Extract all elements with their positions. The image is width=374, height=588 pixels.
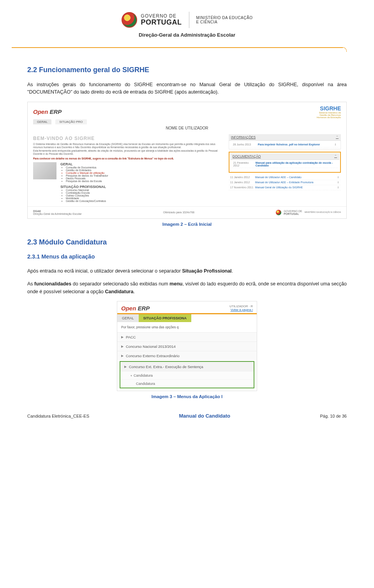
doc-row[interactable]: 11 Janeiro 2012 Manual de Utilizador AEE… xyxy=(229,180,341,185)
screenshot-ecra-inicial: Open ERP SIGRHE Sistema Interativo de Ge… xyxy=(27,102,347,219)
ministry-text: MINISTÉRIO DA EDUCAÇÃO E CIÊNCIA xyxy=(196,16,253,24)
footer-right: Pág. 10 de 36 xyxy=(320,414,347,418)
section-2-2-title: 2.2 Funcionamento geral do SIGRHE xyxy=(27,66,347,74)
user-badge: UTILIZADOR · R xyxy=(229,305,253,308)
red-hint: Para conhecer em detalhe os menus do SIG… xyxy=(33,157,224,160)
armillary-sphere-icon xyxy=(276,210,281,215)
hint-text: Por favor, pressione uma das opções q xyxy=(117,322,257,332)
section-2-2-para: As instruções gerais do funcionamento do… xyxy=(27,81,347,96)
documentacao-highlight: DOCUMENTAÇÃO⌃ 21 Fevereiro 2012 Manual p… xyxy=(229,152,341,173)
download-icon: ⇩ xyxy=(337,181,339,184)
user-name-label: NOME DE UTILIZADOR xyxy=(28,126,346,130)
thumbnail-icon xyxy=(33,162,56,179)
list-item[interactable]: Mobilidade xyxy=(66,197,108,200)
triangle-icon: ▶ xyxy=(121,335,123,339)
triangle-icon: ▶ xyxy=(121,354,123,358)
list-item[interactable]: Pesquisa de dados do Trabalhador xyxy=(66,174,108,177)
doc-row[interactable]: 21 Fevereiro 2012 Manual para utilização… xyxy=(232,161,338,168)
list-item[interactable]: Dados Pessoais xyxy=(66,177,108,180)
list-item[interactable]: Concurso Nacional xyxy=(66,189,108,191)
orange-rule xyxy=(27,45,347,50)
gov-line1: GOVERNO DE xyxy=(141,14,182,19)
chevron-icon: ⌃ xyxy=(336,135,339,139)
footer-mid: Manual do Candidato xyxy=(179,413,230,419)
screenshot-menus-aplicacao: Open ERP UTILIZADOR · R Voltar à página … xyxy=(117,301,257,391)
section-2-3-para2: As funcionalidades do separador selecion… xyxy=(27,280,347,296)
chevron-icon: ⌃ xyxy=(334,154,337,158)
gov-line2: PORTUGAL xyxy=(141,19,182,26)
download-icon: ⇩ xyxy=(337,176,339,179)
download-icon: ⇩ xyxy=(337,186,339,189)
highlighted-menu-box: ▶Concurso Ext. Extra.- Execução de Sente… xyxy=(120,361,254,388)
caption-imagem-2: Imagem 2 – Ecrã Inicial xyxy=(27,222,347,227)
panel-documentacao-header[interactable]: DOCUMENTAÇÃO⌃ xyxy=(230,153,339,160)
footer-dgae: DGAE xyxy=(33,210,82,213)
page-footer: Candidatura Eletrónica_CEE-ES Manual do … xyxy=(27,413,347,419)
doc-row[interactable]: 11 Janeiro 2012 Manual de Utilizador AEE… xyxy=(229,175,341,180)
page-header: GOVERNO DE PORTUGAL MINISTÉRIO DA EDUCAÇ… xyxy=(27,12,347,28)
section-2-3-para1: Após entrada no ecrã inicial, o utilizad… xyxy=(27,267,347,275)
openerp-logo: Open ERP xyxy=(121,305,150,312)
tab-geral[interactable]: GERAL xyxy=(33,119,51,124)
sitpro-label: SITUAÇÃO PROFISSIONAL xyxy=(60,185,108,189)
footer-gov-logo: GOVERNO DE PORTUGAL MINISTÉRIO DA EDUCAÇ… xyxy=(276,210,341,215)
sigrhe-subtitle: Sistema Interativo de Gestão de Recursos… xyxy=(317,112,341,119)
sitpro-list: Concurso Nacional Contratação Escola Out… xyxy=(60,189,108,202)
subheader: Direção-Geral da Administração Escolar xyxy=(27,32,347,38)
list-item[interactable]: Outras Colocações xyxy=(66,194,108,197)
info-row[interactable]: 28 Junho 2013 Para imprimir ficheiros .p… xyxy=(231,142,338,147)
doc-row[interactable]: 17 Novembro 2011 Manual Geral de Utiliza… xyxy=(229,185,341,190)
footer-dgae-sub: Direção-Geral da Administração Escolar xyxy=(33,213,82,215)
section-2-3-1-title: 2.3.1 Menus da aplicação xyxy=(27,253,347,260)
caption-imagem-3: Imagem 3 – Menus da Aplicação I xyxy=(27,394,347,399)
menu-concurso-ext-extra[interactable]: ▶Concurso Ext. Extra.- Execução de Sente… xyxy=(120,362,254,371)
tab-situacao-pro[interactable]: SITUAÇÃO PRO xyxy=(55,119,86,124)
intro-text-2: Esta ferramenta será enriquecida gradual… xyxy=(33,149,224,156)
geral-label: GERAL xyxy=(60,162,108,166)
armillary-sphere-icon xyxy=(122,12,137,28)
list-item[interactable]: Consulta de Documentos xyxy=(66,166,108,169)
back-link[interactable]: Voltar à página i xyxy=(229,308,253,312)
submenu-candidatura[interactable]: ▾Candidatura xyxy=(120,371,254,379)
list-item[interactable]: Pesquisa de dados da Escola xyxy=(66,180,108,182)
welcome-title: BEM-VINDO AO SIGRHE xyxy=(33,136,224,141)
triangle-icon: ▶ xyxy=(121,345,123,348)
ministry-line1: MINISTÉRIO DA EDUCAÇÃO xyxy=(196,16,253,20)
submenu-candidatura-child[interactable]: Candidatura xyxy=(120,379,254,388)
openerp-logo: Open ERP xyxy=(33,108,62,115)
triangle-icon: ▶ xyxy=(124,365,127,368)
menu-concurso-nacional[interactable]: ▶Concurso Nacional 2013/2014 xyxy=(117,342,257,351)
panel-informacoes-header[interactable]: INFORMAÇÕES⌃ xyxy=(229,134,341,141)
tab-geral[interactable]: GERAL xyxy=(117,314,139,322)
section-2-3-title: 2.3 Módulo Candidatura xyxy=(27,238,347,246)
menu-concurso-externo[interactable]: ▶Concurso Externo Extraordinário xyxy=(117,351,257,360)
list-item[interactable]: Contratação Escola xyxy=(66,191,108,194)
list-item[interactable]: Gestão de Colocações/Contratos xyxy=(66,200,108,202)
sigrhe-logo: SIGRHE xyxy=(320,105,341,112)
geral-list: Consulta de Documentos Gestão de Entidad… xyxy=(60,166,108,182)
menu-pacc[interactable]: ▶PACC xyxy=(117,332,257,342)
intro-text-1: O Sistema Interativo de Gestão de Recurs… xyxy=(33,143,224,149)
footer-left: Candidatura Eletrónica_CEE-ES xyxy=(27,414,89,418)
gov-logo: GOVERNO DE PORTUGAL xyxy=(122,12,182,28)
download-icon: ⇩ xyxy=(334,143,337,146)
header-divider xyxy=(189,12,189,28)
list-item[interactable]: Gestão de Entidades xyxy=(66,169,108,172)
list-item[interactable]: Consulte o Manual de utilização xyxy=(66,172,108,174)
tab-situacao-profissional[interactable]: SITUAÇÃO PROFISSIONA xyxy=(139,314,192,322)
footer-resolution: Otimizado para 1024x768 xyxy=(163,211,194,214)
triangle-down-icon: ▾ xyxy=(131,374,132,377)
ministry-line2: E CIÊNCIA xyxy=(196,20,253,24)
